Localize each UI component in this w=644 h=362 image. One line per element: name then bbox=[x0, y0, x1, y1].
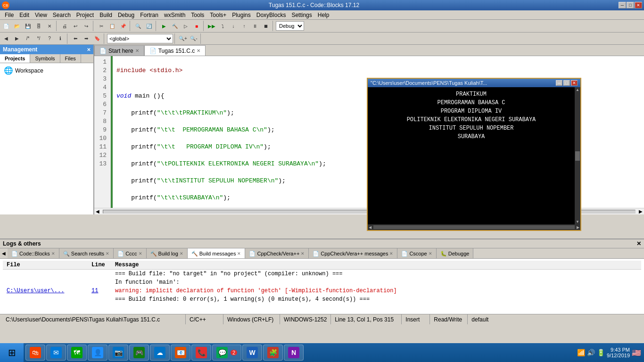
sidebar-tab-files[interactable]: Files bbox=[60, 54, 81, 63]
logs-tab-search[interactable]: 🔍 Search results ✕ bbox=[59, 248, 114, 259]
menu-search[interactable]: Search bbox=[50, 11, 74, 19]
redo-btn[interactable]: ↪ bbox=[81, 21, 91, 31]
tb2-bookmark[interactable]: 🔖 bbox=[92, 33, 102, 44]
cut-btn[interactable]: ✂ bbox=[96, 21, 107, 31]
logs-tab-cccc[interactable]: 📄 Cccc ✕ bbox=[114, 248, 146, 259]
tb2-zoom-in[interactable]: 🔍+ bbox=[178, 33, 188, 44]
tab-tugas[interactable]: 📄 Tugas 151.C.c ✕ bbox=[144, 45, 206, 56]
menu-wxsmith[interactable]: wxSmith bbox=[161, 11, 188, 19]
save-all-btn[interactable]: 🗄 bbox=[33, 21, 44, 31]
tb2-uncomment-btn[interactable]: */ bbox=[33, 33, 44, 44]
taskbar-word[interactable]: W bbox=[242, 345, 262, 361]
logs-tab-buildmsg[interactable]: 🔨 Build messages ✕ bbox=[188, 248, 246, 259]
console-maximize-btn[interactable]: □ bbox=[563, 80, 570, 86]
paste-btn[interactable]: 📌 bbox=[118, 21, 128, 31]
menu-settings[interactable]: Settings bbox=[289, 11, 314, 19]
target-select[interactable]: Debug bbox=[276, 21, 304, 31]
logs-tab-search-close[interactable]: ✕ bbox=[106, 251, 109, 256]
logs-tab-cppcheck-msg-close[interactable]: ✕ bbox=[389, 251, 393, 256]
menu-fortran[interactable]: Fortran bbox=[137, 11, 161, 19]
close-button[interactable]: ✕ bbox=[635, 2, 642, 8]
clock-display[interactable]: 9:43 PM 9/12/2019 bbox=[607, 347, 630, 358]
save-btn[interactable]: 💾 bbox=[23, 21, 33, 31]
console-scrollbar[interactable]: ▲ ▼ bbox=[575, 87, 580, 224]
console-scroll-thumb[interactable] bbox=[575, 151, 580, 161]
log-row-3-file-link[interactable]: C:\Users\user\... bbox=[7, 288, 64, 294]
taskbar-photos[interactable]: 📷 bbox=[108, 345, 128, 361]
logs-tab-buildlog-close[interactable]: ✕ bbox=[180, 251, 183, 256]
volume-icon[interactable]: 🔊 bbox=[587, 349, 595, 356]
undo-btn[interactable]: ↩ bbox=[70, 21, 81, 31]
menu-tools[interactable]: Tools bbox=[188, 11, 207, 19]
pause-btn[interactable]: ⏸ bbox=[250, 21, 260, 31]
find-btn[interactable]: 🔍 bbox=[133, 21, 143, 31]
taskbar-messenger[interactable]: 💬 2 bbox=[212, 345, 241, 361]
taskbar-mail2[interactable]: 📧 bbox=[171, 345, 190, 361]
maximize-button[interactable]: □ bbox=[627, 2, 634, 8]
tab-tugas-close[interactable]: ✕ bbox=[197, 48, 200, 53]
new-btn[interactable]: 📄 bbox=[1, 21, 11, 31]
debug-btn[interactable]: ▶▶ bbox=[206, 21, 217, 31]
network-icon[interactable]: 📶 bbox=[577, 349, 585, 356]
start-button[interactable]: ⊞ bbox=[0, 343, 24, 362]
menu-build[interactable]: Build bbox=[97, 11, 115, 19]
menu-project[interactable]: Project bbox=[74, 11, 97, 19]
menu-help[interactable]: Help bbox=[315, 11, 332, 19]
taskbar-people[interactable]: 👤 bbox=[88, 345, 107, 361]
log-row-3-line-link[interactable]: 11 bbox=[91, 288, 98, 294]
logs-close-btn[interactable]: ✕ bbox=[636, 240, 641, 247]
menu-toolsplus[interactable]: Tools+ bbox=[207, 11, 229, 19]
logs-tab-cccc-close[interactable]: ✕ bbox=[139, 251, 142, 256]
print-btn[interactable]: 🖨 bbox=[59, 21, 70, 31]
tb2-q-btn[interactable]: ? bbox=[44, 33, 55, 44]
logs-tab-codeblocks-close[interactable]: ✕ bbox=[51, 251, 55, 256]
stop-btn[interactable]: ■ bbox=[191, 21, 202, 31]
build-run-btn[interactable]: ▷ bbox=[181, 21, 191, 31]
tab-start-close[interactable]: ✕ bbox=[135, 48, 139, 53]
workspace-item[interactable]: 🌐 Workspace bbox=[2, 65, 91, 76]
console-scroll-down[interactable]: ▼ bbox=[575, 220, 580, 224]
taskbar-puzzle[interactable]: 🧩 bbox=[263, 345, 283, 361]
menu-view[interactable]: View bbox=[32, 11, 50, 19]
tb2-next-btn[interactable]: ▶ bbox=[12, 33, 22, 44]
console-minimize-btn[interactable]: ─ bbox=[556, 80, 562, 86]
menu-file[interactable]: File bbox=[2, 11, 17, 19]
menu-edit[interactable]: Edit bbox=[17, 11, 32, 19]
taskbar-maps[interactable]: 🗺 bbox=[67, 345, 87, 361]
logs-tab-cscope-close[interactable]: ✕ bbox=[429, 251, 432, 256]
tb2-prev-btn[interactable]: ◀ bbox=[1, 33, 11, 44]
sidebar-tab-symbols[interactable]: Symbols bbox=[30, 54, 60, 63]
tb2-nav-prev[interactable]: ⬅ bbox=[70, 33, 81, 44]
sidebar-close-btn[interactable]: ✕ bbox=[87, 47, 91, 52]
logs-tab-cppcheck[interactable]: 📄 CppCheck/Vera++ ✕ bbox=[245, 248, 309, 259]
logs-tab-cppcheck-msg[interactable]: 📄 CppCheck/Vera++ messages ✕ bbox=[309, 248, 397, 259]
copy-btn[interactable]: 📋 bbox=[107, 21, 117, 31]
minimize-button[interactable]: ─ bbox=[619, 2, 626, 8]
open-btn[interactable]: 📂 bbox=[12, 21, 22, 31]
taskbar-onenote[interactable]: N bbox=[284, 345, 304, 361]
build-btn[interactable]: 🔨 bbox=[170, 21, 180, 31]
language-flag[interactable]: 🇺🇸 bbox=[632, 348, 641, 357]
logs-tab-buildlog[interactable]: 🔨 Build log ✕ bbox=[147, 248, 188, 259]
logs-tab-buildmsg-close[interactable]: ✕ bbox=[237, 251, 241, 256]
console-scroll-up[interactable]: ▲ bbox=[575, 88, 580, 92]
taskbar-onedrive[interactable]: ☁ bbox=[150, 345, 170, 361]
tb2-info-btn[interactable]: ℹ bbox=[55, 33, 66, 44]
console-close-btn[interactable]: ✕ bbox=[571, 80, 578, 86]
step-out-btn[interactable]: ↑ bbox=[239, 21, 249, 31]
replace-btn[interactable]: 🔄 bbox=[144, 21, 154, 31]
taskbar-store[interactable]: 🛍 bbox=[25, 345, 45, 361]
menu-debug[interactable]: Debug bbox=[115, 11, 137, 19]
logs-tab-prev[interactable]: ◀ bbox=[0, 248, 8, 258]
menu-plugins[interactable]: Plugins bbox=[229, 11, 253, 19]
run-btn[interactable]: ▶ bbox=[159, 21, 169, 31]
console-h-scrollbar[interactable]: ◀ ▶ bbox=[368, 224, 580, 230]
logs-tab-debug[interactable]: 🐛 Debugge bbox=[437, 248, 474, 259]
step-over-btn[interactable]: ⤵ bbox=[217, 21, 228, 31]
battery-icon[interactable]: 🔋 bbox=[597, 349, 605, 356]
tb2-comment-btn[interactable]: /* bbox=[23, 33, 33, 44]
console-h-scroll-track[interactable] bbox=[373, 225, 575, 229]
logs-tab-cppcheck-close[interactable]: ✕ bbox=[301, 251, 305, 256]
tb2-zoom-out[interactable]: 🔍- bbox=[189, 33, 199, 44]
tb2-nav-next[interactable]: ➡ bbox=[81, 33, 91, 44]
